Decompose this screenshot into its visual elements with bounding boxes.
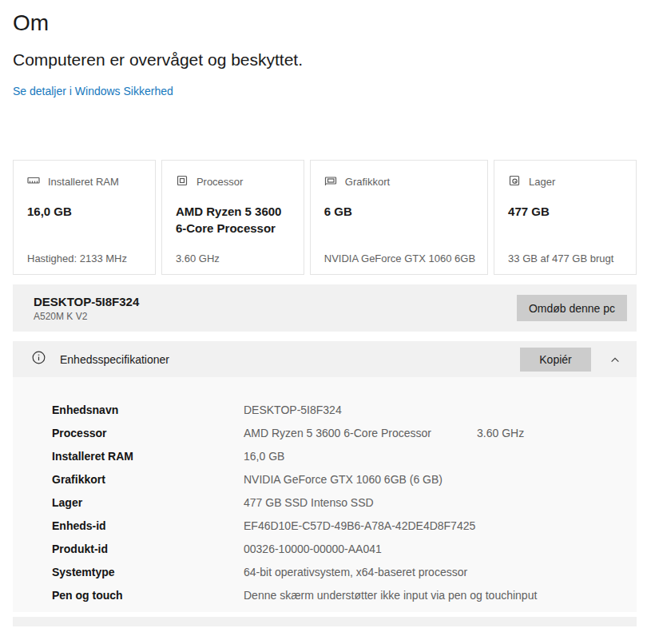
card-graphics: Grafikkort 6 GB NVIDIA GeForce GTX 1060 … (310, 160, 488, 275)
spec-row: Enhedsnavn DESKTOP-5I8F324 (13, 398, 637, 421)
spec-row: Systemtype 64-bit operativsystem, x64-ba… (13, 560, 637, 583)
section-title: Enhedsspecifikationer (60, 353, 520, 366)
security-status-text: Computeren er overvåget og beskyttet. (13, 48, 308, 71)
device-specifications-section: Enhedsspecifikationer Kopiér Enhedsnavn … (13, 341, 637, 612)
device-name: DESKTOP-5I8F324 (34, 294, 517, 309)
card-value: AMD Ryzen 5 3600 6-Core Processor (176, 203, 292, 252)
card-installed-ram: Installeret RAM 16,0 GB Hastighed: 2133 … (13, 160, 156, 275)
device-name-bar: DESKTOP-5I8F324 A520M K V2 Omdøb denne p… (13, 284, 637, 332)
spec-row: Lager 477 GB SSD Intenso SSD (13, 491, 637, 514)
gpu-icon (324, 174, 337, 189)
device-specifications-body: Enhedsnavn DESKTOP-5I8F324 Processor AMD… (13, 377, 637, 612)
card-detail: Hastighed: 2133 MHz (27, 252, 143, 264)
spec-row: Installeret RAM 16,0 GB (13, 444, 637, 467)
card-label: Processor (196, 176, 244, 188)
card-processor: Processor AMD Ryzen 5 3600 6-Core Proces… (161, 160, 304, 275)
chevron-up-icon[interactable] (608, 353, 622, 366)
card-label: Grafikkort (345, 176, 390, 188)
card-label: Installeret RAM (48, 176, 119, 188)
spec-row: Pen og touch Denne skærm understøtter ik… (13, 583, 637, 606)
spec-row: Enheds-id EF46D10E-C57D-49B6-A78A-42DE4D… (13, 514, 637, 537)
ram-icon (27, 174, 40, 189)
card-detail: 33 GB af 477 GB brugt (508, 252, 624, 264)
card-detail: NVIDIA GeForce GTX 1060 6GB (324, 252, 475, 264)
card-value: 6 GB (324, 203, 475, 252)
card-label: Lager (529, 176, 555, 188)
copy-button[interactable]: Kopiér (520, 348, 591, 372)
next-section-header-partial[interactable] (13, 617, 637, 626)
device-model: A520M K V2 (34, 311, 517, 323)
spec-row: Grafikkort NVIDIA GeForce GTX 1060 6GB (… (13, 467, 637, 491)
storage-icon (508, 174, 521, 189)
about-page: Om Computeren er overvåget og beskyttet.… (13, 10, 637, 626)
info-icon (32, 351, 46, 368)
system-info-cards: Installeret RAM 16,0 GB Hastighed: 2133 … (13, 160, 637, 275)
spec-row: Produkt-id 00326-10000-00000-AA041 (13, 537, 637, 560)
card-detail: 3.60 GHz (176, 252, 292, 264)
device-specifications-header: Enhedsspecifikationer Kopiér (13, 341, 637, 377)
card-storage: Lager 477 GB 33 GB af 477 GB brugt (494, 160, 637, 275)
rename-pc-button[interactable]: Omdøb denne pc (517, 295, 627, 321)
cpu-icon (176, 174, 189, 189)
card-value: 16,0 GB (27, 203, 143, 252)
windows-security-link[interactable]: Se detaljer i Windows Sikkerhed (13, 85, 173, 97)
page-title: Om (13, 10, 637, 37)
card-value: 477 GB (508, 203, 624, 252)
spec-row: Processor AMD Ryzen 5 3600 6-Core Proces… (13, 421, 637, 444)
